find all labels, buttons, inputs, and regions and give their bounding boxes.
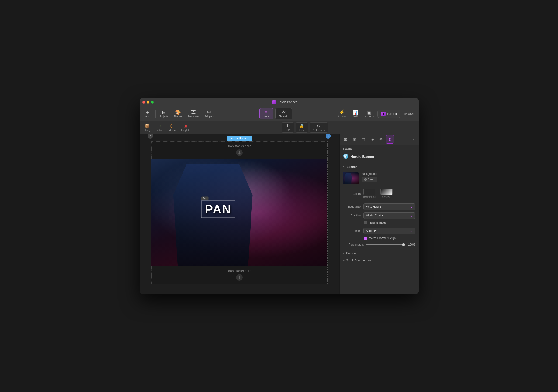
- toolbar-right: ⚡ Addons 📊 Health ▣ Inspector ⬆ Publish …: [336, 109, 417, 119]
- lock-icon: 🔒: [299, 124, 304, 128]
- drop-zone-bottom[interactable]: Drop stacks here. ⬇: [151, 266, 327, 284]
- colors-row: Colors: Background Overlay: [343, 187, 415, 201]
- inspector-layout-icon-3[interactable]: ◫: [359, 135, 367, 144]
- banner-section-body: Background: ✕ Clear Colors:: [340, 170, 418, 250]
- hide-icon: 👁: [286, 124, 290, 128]
- health-button[interactable]: 📊 Health: [349, 109, 361, 119]
- secondary-toolbar: 📦 Library ⊕ Partial ⬡ External ⊞ Templat…: [140, 121, 418, 134]
- hide-button[interactable]: 👁 Hide: [282, 122, 294, 133]
- lock-button[interactable]: 🔒 Lock: [296, 122, 308, 133]
- toolbar-center: ✏ Mode 👁 Simulate: [217, 108, 335, 119]
- banner-tab[interactable]: Heroic Banner: [227, 136, 252, 141]
- inspector-layout-icon-1[interactable]: ⊞: [341, 135, 350, 144]
- percentage-label: Percentage:: [345, 243, 364, 246]
- projects-icon: ⊞: [162, 110, 166, 115]
- preset-select[interactable]: Auto - Pan ⌄: [363, 228, 415, 234]
- repeat-image-label: Repeat Image: [369, 221, 386, 225]
- inspector-layout-icon-2[interactable]: ▣: [350, 135, 359, 144]
- close-button[interactable]: [142, 101, 145, 104]
- canvas-area: ✕ Heroic Banner ℹ Drop stacks here. ⬇: [140, 134, 339, 294]
- position-chevron-icon: ⌄: [410, 214, 413, 217]
- percentage-row: Percentage: 100%: [343, 243, 415, 246]
- repeat-image-row: Repeat Image: [343, 221, 415, 225]
- banner-info-button[interactable]: ℹ: [326, 134, 331, 139]
- inspector-toolbar: ⊞ ▣ ◫ ◈ ◎ ⊛ ⤢: [340, 134, 418, 145]
- add-button[interactable]: ＋ Add: [141, 109, 154, 119]
- clear-button[interactable]: ✕ Clear: [362, 177, 377, 182]
- inspector-tag-icon[interactable]: ◈: [368, 135, 376, 144]
- content-section-label: Content: [346, 251, 357, 255]
- image-size-row: Image Size: Fit to Height ⌄: [343, 203, 415, 210]
- inspector-button[interactable]: ▣ Inspector: [362, 109, 376, 119]
- snippets-button[interactable]: ✂ Snippets: [202, 109, 216, 119]
- simulate-button[interactable]: 👁 Simulate: [275, 108, 292, 119]
- partial-icon: ⊕: [157, 123, 161, 128]
- themes-icon: 🎨: [175, 110, 181, 115]
- scroll-down-section-label: Scroll Down Arrow: [346, 259, 371, 262]
- window-title: Heroic Banner: [154, 100, 416, 104]
- match-browser-height-label: Match Browser Height: [369, 236, 396, 240]
- preset-row: Preset: Auto - Pan ⌄: [343, 228, 415, 234]
- inspector-dots-icon[interactable]: ⊛: [386, 135, 394, 144]
- slider-fill: [366, 244, 405, 245]
- library-button[interactable]: 📦 Library: [141, 122, 153, 133]
- external-button[interactable]: ⬡ External: [166, 122, 178, 133]
- content-section-header[interactable]: ▶ Content: [340, 250, 418, 257]
- traffic-lights: [142, 101, 154, 104]
- scroll-down-section-header[interactable]: ▶ Scroll Down Arrow: [340, 257, 418, 264]
- image-size-select[interactable]: Fit to Height ⌄: [363, 203, 415, 210]
- preset-value: Auto - Pan: [366, 229, 379, 233]
- snippets-icon: ✂: [207, 110, 211, 115]
- inspector-expand-button[interactable]: ⤢: [410, 136, 417, 143]
- inspector-content: ▼ Banner Background: ✕: [340, 162, 418, 294]
- themes-button[interactable]: 🎨 Themes: [172, 109, 185, 119]
- toolbar-sep-1: [156, 110, 156, 118]
- overlay-color-group: Overlay: [380, 189, 392, 198]
- banner-section-header[interactable]: ▼ Banner: [340, 163, 418, 170]
- clear-label: Clear: [368, 178, 375, 181]
- minimize-button[interactable]: [147, 101, 149, 104]
- slider-thumb[interactable]: [402, 243, 405, 246]
- text-badge: Text: [201, 197, 208, 200]
- library-icon: 📦: [145, 123, 150, 128]
- position-value: Middle Center: [366, 214, 384, 217]
- banner-container: Drop stacks here. ⬇ Text PAN: [151, 141, 328, 284]
- content-chevron-icon: ▶: [343, 252, 345, 254]
- image-size-chevron-icon: ⌄: [410, 205, 413, 209]
- fullscreen-button[interactable]: [151, 101, 154, 104]
- bg-color-label: Background: [363, 196, 376, 198]
- inspector-circle-icon[interactable]: ◎: [377, 135, 385, 144]
- background-color-swatch[interactable]: [363, 189, 375, 195]
- drop-zone-top[interactable]: Drop stacks here. ⬇: [151, 141, 327, 159]
- partial-button[interactable]: ⊕ Partial: [154, 122, 165, 133]
- bg-color-group: Background: [363, 189, 376, 198]
- colors-label: Colors:: [343, 192, 362, 196]
- text-pan-overlay[interactable]: Text PAN: [201, 197, 235, 218]
- addons-button[interactable]: ⚡ Addons: [336, 109, 348, 119]
- position-select[interactable]: Middle Center ⌄: [363, 212, 415, 219]
- health-icon: 📊: [352, 110, 358, 115]
- template-button[interactable]: ⊞ Template: [179, 122, 192, 133]
- match-browser-height-checkbox[interactable]: ✓: [364, 236, 367, 240]
- preferences-button[interactable]: ⚙ Preferences: [310, 122, 328, 133]
- banner-thumbnail[interactable]: [343, 172, 359, 184]
- resources-icon: 🖼: [191, 110, 196, 115]
- cube-icon: 🧊: [343, 154, 349, 159]
- percentage-slider[interactable]: [366, 244, 405, 245]
- projects-button[interactable]: ⊞ Projects: [157, 109, 171, 119]
- addons-icon: ⚡: [339, 110, 345, 115]
- banner-close-button[interactable]: ✕: [148, 134, 153, 139]
- clear-x-icon: ✕: [364, 178, 367, 181]
- resources-button[interactable]: 🖼 Resources: [185, 109, 201, 119]
- repeat-image-checkbox[interactable]: [364, 221, 367, 225]
- scroll-chevron-icon: ▶: [343, 259, 345, 262]
- inspector-icon: ▣: [367, 110, 372, 115]
- overlay-color-swatch[interactable]: [380, 189, 392, 195]
- publish-button[interactable]: ⬆ Publish: [377, 110, 401, 118]
- myserver-button[interactable]: My Server: [401, 111, 417, 116]
- app-window: Heroic Banner ＋ Add ⊞ Projects 🎨 Themes …: [140, 98, 418, 294]
- preferences-icon: ⚙: [317, 124, 321, 128]
- external-icon: ⬡: [170, 123, 174, 128]
- drop-icon-top: ⬇: [236, 150, 243, 156]
- mode-button[interactable]: ✏ Mode: [259, 108, 273, 119]
